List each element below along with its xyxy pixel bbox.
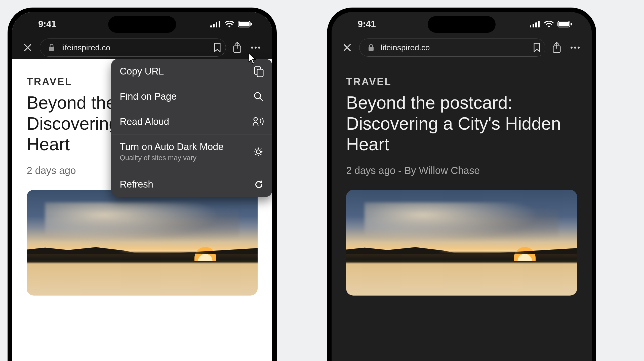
svg-rect-33 xyxy=(535,22,537,27)
close-tab-button[interactable] xyxy=(21,43,35,53)
article-hero-image xyxy=(27,190,258,296)
browser-chrome: 9:41 lifeinspired.co xyxy=(12,12,272,59)
browser-chrome: 9:41 lifeinspired.co xyxy=(332,12,592,59)
menu-item-sublabel: Quality of sites may vary xyxy=(120,154,224,162)
close-tab-button[interactable] xyxy=(340,43,354,53)
lock-icon xyxy=(49,44,55,51)
address-bar[interactable]: lifeinspired.co xyxy=(359,39,545,57)
bookmark-icon[interactable] xyxy=(533,43,541,52)
svg-marker-24 xyxy=(254,151,255,153)
cell-signal-icon xyxy=(530,21,540,27)
svg-rect-3 xyxy=(219,21,220,27)
svg-point-13 xyxy=(251,47,253,49)
browser-toolbar: lifeinspired.co xyxy=(332,36,592,59)
svg-rect-0 xyxy=(210,25,212,27)
svg-marker-28 xyxy=(255,154,257,155)
menu-item-read-aloud[interactable]: Read Aloud xyxy=(111,109,272,134)
svg-point-21 xyxy=(256,150,260,154)
svg-point-14 xyxy=(255,47,257,49)
svg-rect-37 xyxy=(558,22,569,26)
svg-marker-25 xyxy=(261,151,263,153)
menu-item-auto-dark-mode[interactable]: Turn on Auto Dark Mode Quality of sites … xyxy=(111,134,272,169)
copy-icon xyxy=(254,66,264,77)
svg-point-18 xyxy=(255,93,261,99)
svg-point-4 xyxy=(228,25,230,27)
battery-icon xyxy=(238,21,253,27)
page-content[interactable]: TRAVEL Beyond the postcard: Discovering … xyxy=(12,59,272,296)
article-category: TRAVEL xyxy=(346,76,577,87)
article-by-prefix: By xyxy=(404,165,416,176)
status-time: 9:41 xyxy=(358,19,376,29)
battery-icon xyxy=(557,21,572,27)
address-bar[interactable]: lifeinspired.co xyxy=(40,39,226,57)
status-time: 9:41 xyxy=(38,19,56,29)
svg-rect-6 xyxy=(239,22,250,26)
status-icons xyxy=(530,21,572,28)
svg-point-46 xyxy=(578,47,580,49)
page-actions-menu: Copy URL Find on Page Read Aloud Tur xyxy=(111,59,272,197)
svg-rect-2 xyxy=(216,22,217,27)
svg-rect-7 xyxy=(251,23,252,25)
share-button[interactable] xyxy=(231,42,244,53)
menu-item-copy-url[interactable]: Copy URL xyxy=(111,59,272,84)
meta-separator: - xyxy=(398,165,404,176)
svg-rect-34 xyxy=(538,21,540,27)
lock-icon xyxy=(368,44,374,51)
refresh-icon xyxy=(254,180,264,189)
wifi-icon xyxy=(544,21,554,28)
share-button[interactable] xyxy=(550,42,563,53)
article-headline: Beyond the postcard: Discovering a City'… xyxy=(346,92,577,155)
search-icon xyxy=(254,92,264,102)
phone-left: 9:41 lifeinspired.co xyxy=(8,8,277,361)
svg-point-44 xyxy=(571,47,573,49)
more-menu-button[interactable] xyxy=(249,46,263,49)
svg-marker-22 xyxy=(258,147,259,149)
svg-point-35 xyxy=(548,25,550,27)
article-author: Willow Chase xyxy=(419,165,480,176)
more-menu-button[interactable] xyxy=(568,46,582,49)
svg-line-19 xyxy=(260,98,263,101)
svg-marker-29 xyxy=(260,154,262,155)
url-text: lifeinspired.co xyxy=(381,43,527,52)
screen: 9:41 lifeinspired.co xyxy=(332,12,592,361)
article-time-ago: 2 days ago xyxy=(346,165,395,176)
svg-marker-27 xyxy=(260,149,262,150)
svg-marker-23 xyxy=(258,155,259,156)
url-text: lifeinspired.co xyxy=(61,43,207,52)
article-hero-image xyxy=(346,190,577,296)
svg-rect-10 xyxy=(49,47,54,51)
status-icons xyxy=(210,21,253,28)
phone-right: 9:41 lifeinspired.co xyxy=(327,8,596,361)
article-time-ago: 2 days ago xyxy=(27,165,76,176)
menu-item-refresh[interactable]: Refresh xyxy=(111,172,272,197)
menu-item-label: Read Aloud xyxy=(120,116,169,127)
browser-toolbar: lifeinspired.co xyxy=(12,36,272,59)
svg-rect-32 xyxy=(533,24,534,27)
svg-rect-17 xyxy=(257,69,263,77)
menu-item-find-on-page[interactable]: Find on Page xyxy=(111,84,272,109)
menu-item-label: Turn on Auto Dark Mode xyxy=(120,141,224,152)
wifi-icon xyxy=(224,21,234,28)
page-content[interactable]: TRAVEL Beyond the postcard: Discovering … xyxy=(332,59,592,296)
svg-rect-31 xyxy=(530,25,531,27)
status-bar: 9:41 xyxy=(12,12,272,36)
menu-item-label: Refresh xyxy=(120,179,153,190)
menu-item-label: Find on Page xyxy=(120,91,177,102)
svg-point-20 xyxy=(254,118,257,121)
brightness-icon xyxy=(253,147,264,157)
menu-item-label: Copy URL xyxy=(120,66,164,77)
speak-icon xyxy=(253,117,264,127)
svg-marker-26 xyxy=(255,149,257,150)
svg-rect-38 xyxy=(571,23,572,25)
svg-rect-41 xyxy=(369,47,374,51)
svg-rect-1 xyxy=(213,24,215,27)
svg-point-45 xyxy=(574,47,576,49)
screen: 9:41 lifeinspired.co xyxy=(12,12,272,361)
menu-divider xyxy=(111,169,272,172)
article-meta: 2 days ago - By Willow Chase xyxy=(346,165,577,176)
status-bar: 9:41 xyxy=(332,12,592,36)
bookmark-icon[interactable] xyxy=(214,43,221,52)
cell-signal-icon xyxy=(210,21,221,27)
svg-point-15 xyxy=(258,47,260,49)
